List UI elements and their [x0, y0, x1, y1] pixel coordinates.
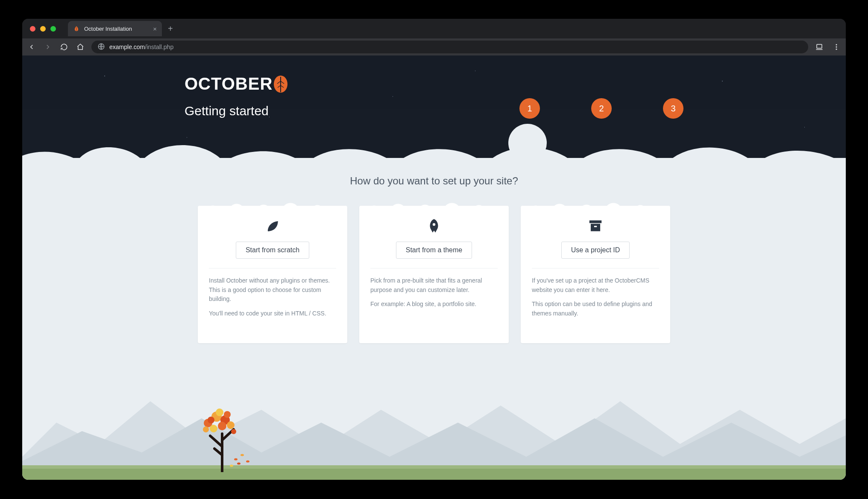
svg-point-2 — [836, 44, 837, 45]
use-project-id-button[interactable]: Use a project ID — [561, 242, 630, 259]
mountains-decoration — [22, 371, 846, 470]
divider — [209, 268, 336, 268]
page-title: Getting started — [185, 104, 288, 118]
svg-point-14 — [227, 421, 235, 429]
svg-point-16 — [216, 409, 223, 416]
svg-point-18 — [203, 426, 209, 432]
svg-point-12 — [210, 425, 217, 432]
browser-tab[interactable]: October Installation × — [68, 21, 162, 36]
svg-point-17 — [224, 411, 231, 418]
card-scratch: Start from scratch Install October witho… — [198, 206, 347, 343]
svg-point-24 — [237, 463, 240, 465]
svg-rect-1 — [817, 44, 822, 48]
step-1[interactable]: 1 — [519, 98, 540, 119]
october-logo: OCTOBER — [185, 74, 288, 93]
minimize-window-button[interactable] — [40, 26, 46, 32]
svg-point-3 — [836, 47, 837, 48]
step-indicator: 1 2 3 — [519, 74, 683, 119]
svg-rect-7 — [591, 224, 600, 231]
back-button[interactable] — [26, 42, 37, 52]
step-2[interactable]: 2 — [591, 98, 612, 119]
card-description: You'll need to code your site in HTML / … — [209, 309, 336, 318]
card-description: For example: A blog site, a portfolio si… — [370, 300, 498, 309]
archive-icon — [532, 218, 659, 234]
rocket-icon — [370, 218, 498, 234]
card-theme: Start from a theme Pick from a pre-built… — [359, 206, 509, 343]
leaf-icon — [73, 25, 80, 32]
leaf-icon — [209, 218, 336, 234]
card-description: Install October without any plugins or t… — [209, 276, 336, 304]
tab-strip: October Installation × + — [22, 19, 846, 38]
svg-point-22 — [246, 461, 249, 463]
card-description: If you've set up a project at the Octobe… — [532, 276, 659, 295]
reload-button[interactable] — [59, 42, 69, 52]
svg-point-21 — [240, 454, 244, 456]
card-project-id: Use a project ID If you've set up a proj… — [521, 206, 670, 343]
main-content: How do you want to set up your site? Sta… — [22, 175, 846, 343]
divider — [532, 268, 659, 268]
logo-text: OCTOBER — [185, 74, 273, 93]
svg-point-19 — [231, 429, 236, 434]
step-3[interactable]: 3 — [663, 98, 683, 119]
page-header: OCTOBER Getting started 1 2 3 — [22, 74, 846, 119]
grass-decoration — [22, 467, 846, 480]
close-tab-button[interactable]: × — [153, 25, 157, 32]
close-window-button[interactable] — [30, 26, 35, 32]
install-app-icon[interactable] — [814, 42, 824, 52]
svg-point-15 — [208, 417, 214, 423]
tab-title: October Installation — [84, 26, 132, 32]
svg-rect-8 — [594, 226, 597, 227]
svg-point-23 — [230, 465, 233, 467]
url-path: /install.php — [145, 44, 173, 50]
home-button[interactable] — [75, 42, 85, 52]
globe-icon — [97, 43, 105, 52]
window-controls — [27, 26, 60, 32]
setup-question: How do you want to set up your site? — [22, 175, 846, 187]
browser-toolbar: example.com/install.php — [22, 38, 846, 55]
forward-button[interactable] — [43, 42, 53, 52]
menu-button[interactable] — [831, 42, 842, 52]
address-bar[interactable]: example.com/install.php — [91, 41, 808, 53]
svg-point-20 — [234, 458, 238, 461]
maximize-window-button[interactable] — [50, 26, 56, 32]
url-text: example.com/install.php — [109, 44, 173, 50]
svg-rect-6 — [589, 220, 602, 223]
url-host: example.com — [109, 44, 145, 50]
new-tab-button[interactable]: + — [162, 24, 179, 34]
card-description: Pick from a pre-built site that fits a g… — [370, 276, 498, 295]
svg-point-13 — [218, 422, 226, 430]
card-description: This option can be used to define plugin… — [532, 300, 659, 318]
start-from-scratch-button[interactable]: Start from scratch — [236, 242, 309, 259]
divider — [370, 268, 498, 268]
option-cards: Start from scratch Install October witho… — [22, 206, 846, 343]
browser-window: October Installation × + example.com/ins… — [22, 19, 846, 480]
page-viewport: OCTOBER Getting started 1 2 3 How do you… — [22, 55, 846, 480]
leaf-icon — [273, 75, 288, 93]
start-from-theme-button[interactable]: Start from a theme — [396, 242, 472, 259]
svg-point-4 — [836, 49, 837, 50]
tree-decoration — [193, 400, 253, 472]
